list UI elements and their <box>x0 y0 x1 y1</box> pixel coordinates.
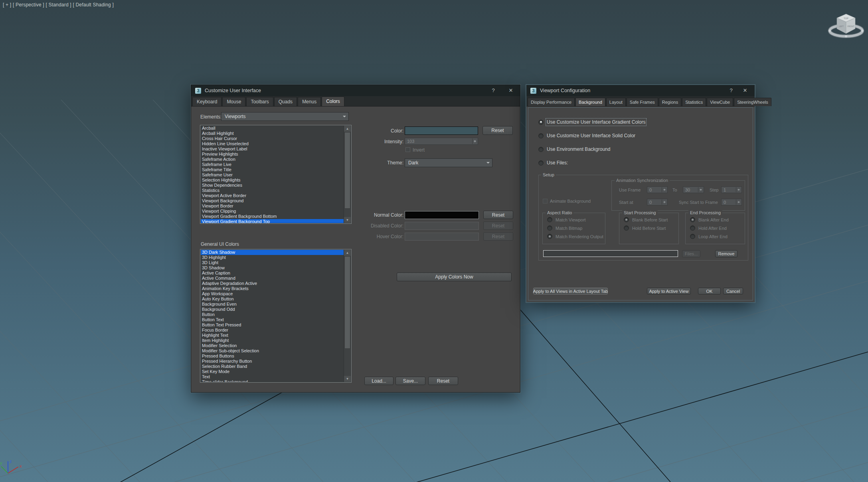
general-scrollbar[interactable]: ▲ ▼ <box>344 250 351 382</box>
list-item[interactable]: Preview Highlights <box>201 152 344 157</box>
tab[interactable]: Background <box>575 98 605 106</box>
tab[interactable]: Mouse <box>222 97 245 106</box>
scroll-thumb[interactable] <box>344 256 350 349</box>
list-item[interactable]: Viewport Border <box>201 203 344 209</box>
list-item[interactable]: Button <box>201 312 344 317</box>
remove-button[interactable]: Remove <box>715 250 738 257</box>
list-item[interactable]: 3D Dark Shadow <box>201 250 344 255</box>
tab[interactable]: Keyboard <box>192 97 221 106</box>
tab[interactable]: Statistics <box>682 98 706 106</box>
radio-option[interactable]: Use Customize User Interface Gradient Co… <box>538 119 645 125</box>
list-item[interactable]: Background Even <box>201 302 344 307</box>
animation-sync-group <box>611 180 745 211</box>
list-item[interactable]: Arcball <box>201 126 344 131</box>
list-item[interactable]: App Workspace <box>201 291 344 296</box>
list-item[interactable]: Animation Key Brackets <box>201 286 344 291</box>
list-item[interactable]: Selection Rubber Band <box>201 364 344 369</box>
scroll-up-icon[interactable]: ▲ <box>344 250 351 256</box>
cancel-button[interactable]: Cancel <box>723 288 743 294</box>
normal-color-swatch[interactable] <box>405 211 479 219</box>
tab[interactable]: SteeringWheels <box>734 98 771 106</box>
tab[interactable]: Regions <box>659 98 681 106</box>
list-item[interactable]: Modifier Selection <box>201 343 344 348</box>
list-item[interactable]: Safeframe User <box>201 172 344 178</box>
radio-option[interactable]: Use Customize User Interface Solid Color <box>538 133 645 138</box>
list-item[interactable]: Safeframe Action <box>201 157 344 162</box>
list-item[interactable]: Highlight Text <box>201 333 344 338</box>
list-item[interactable]: Viewport Gradient Background Bottom <box>201 214 344 219</box>
list-item[interactable]: Viewport Background <box>201 198 344 203</box>
tab[interactable]: Display Performance <box>528 98 575 106</box>
invert-checkbox[interactable] <box>405 147 410 152</box>
close-icon[interactable]: ✕ <box>739 85 751 96</box>
list-item[interactable]: Time slider Background <box>201 379 344 382</box>
close-icon[interactable]: ✕ <box>505 85 517 96</box>
start-at-label: Start at <box>619 200 633 205</box>
reset-button[interactable]: Reset <box>428 377 458 385</box>
tab[interactable]: Colors <box>322 97 344 106</box>
radio-option: Blank After End <box>690 217 729 222</box>
normal-color-reset-button[interactable]: Reset <box>483 211 513 219</box>
tab[interactable]: Toolbars <box>246 97 273 106</box>
load-button[interactable]: Load... <box>364 377 393 385</box>
list-item[interactable]: Safeframe Title <box>201 167 344 172</box>
dialog-title: Customize User Interface <box>205 88 261 93</box>
list-item[interactable]: 3D Highlight <box>201 255 344 260</box>
list-item[interactable]: 3D Light <box>201 260 344 265</box>
tab[interactable]: ViewCube <box>707 98 733 106</box>
list-item[interactable]: Arcball Highlight <box>201 131 344 136</box>
list-item[interactable]: Button Text Pressed <box>201 322 344 328</box>
customize-dialog-titlebar[interactable]: 3 Customize User Interface ? ✕ <box>191 85 520 96</box>
tab[interactable]: Menus <box>298 97 321 106</box>
scroll-down-icon[interactable]: ▼ <box>344 217 351 223</box>
list-item[interactable]: Selection Highlights <box>201 178 344 183</box>
radio-option[interactable]: Use Environment Background <box>538 146 645 152</box>
list-item[interactable]: Viewport Active Border <box>201 193 344 198</box>
list-item[interactable]: Focus Border <box>201 328 344 333</box>
save-button[interactable]: Save... <box>395 377 425 385</box>
background-file-input[interactable] <box>543 250 678 257</box>
list-item[interactable]: Cross Hair Cursor <box>201 136 344 141</box>
list-item[interactable]: Button Text <box>201 317 344 322</box>
help-icon[interactable]: ? <box>487 85 499 96</box>
list-item[interactable]: Item Highlight <box>201 338 344 343</box>
help-icon[interactable]: ? <box>725 85 737 96</box>
list-item[interactable]: Hidden Line Unselected <box>201 141 344 146</box>
list-item[interactable]: Viewport Clipping <box>201 209 344 214</box>
radio-option[interactable]: Use Files: <box>538 160 645 166</box>
viewport-dialog-titlebar[interactable]: 3 Viewport Configuration ? ✕ <box>526 85 755 96</box>
list-item[interactable]: Pressed Buttons <box>201 354 344 359</box>
tab[interactable]: Layout <box>606 98 626 106</box>
elements-dropdown[interactable]: Viewports <box>221 112 349 121</box>
hover-color-reset-button: Reset <box>483 232 513 241</box>
tab[interactable]: Quads <box>274 97 297 106</box>
scroll-down-icon[interactable]: ▼ <box>344 376 351 382</box>
list-item[interactable]: Viewport Gradient Background Top <box>201 219 344 223</box>
list-item[interactable]: Show Dependencies <box>201 183 344 188</box>
list-item[interactable]: Inactive Viewport Label <box>201 146 344 152</box>
customize-dialog-tabs: KeyboardMouseToolbarsQuadsMenusColors <box>191 96 520 107</box>
list-item[interactable]: Adaptive Degradation Active <box>201 281 344 286</box>
list-item[interactable]: Modifier Sub-object Selection <box>201 348 344 354</box>
use-frame-spinner: 0 <box>647 186 668 193</box>
viewport-label[interactable]: [ + ] [ Perspective ] [ Standard ] [ Def… <box>3 2 114 8</box>
color-reset-button[interactable]: Reset <box>482 126 513 135</box>
list-item[interactable]: Text <box>201 374 344 379</box>
list-item[interactable]: Background Odd <box>201 307 344 312</box>
list-item[interactable]: Set Key Mode <box>201 369 344 374</box>
tab[interactable]: Safe Frames <box>627 98 658 106</box>
list-item[interactable]: 3D Shadow <box>201 265 344 271</box>
apply-all-views-button[interactable]: Apply to All Views in Active Layout Tab <box>533 288 608 294</box>
list-item[interactable]: Safeframe Live <box>201 162 344 167</box>
list-item[interactable]: Pressed Hierarchy Button <box>201 359 344 364</box>
ok-button[interactable]: OK <box>698 288 721 294</box>
color-swatch[interactable] <box>405 126 478 135</box>
list-item[interactable]: Active Caption <box>201 271 344 276</box>
list-item[interactable]: Statistics <box>201 188 344 193</box>
apply-colors-now-button[interactable]: Apply Colors Now <box>397 273 512 281</box>
theme-dropdown[interactable]: Dark <box>405 158 492 167</box>
viewcube[interactable]: TOP LEFT FRONT <box>820 6 868 54</box>
apply-active-view-button[interactable]: Apply to Active View <box>647 288 691 294</box>
list-item[interactable]: Auto Key Button <box>201 296 344 302</box>
list-item[interactable]: Active Command <box>201 276 344 281</box>
